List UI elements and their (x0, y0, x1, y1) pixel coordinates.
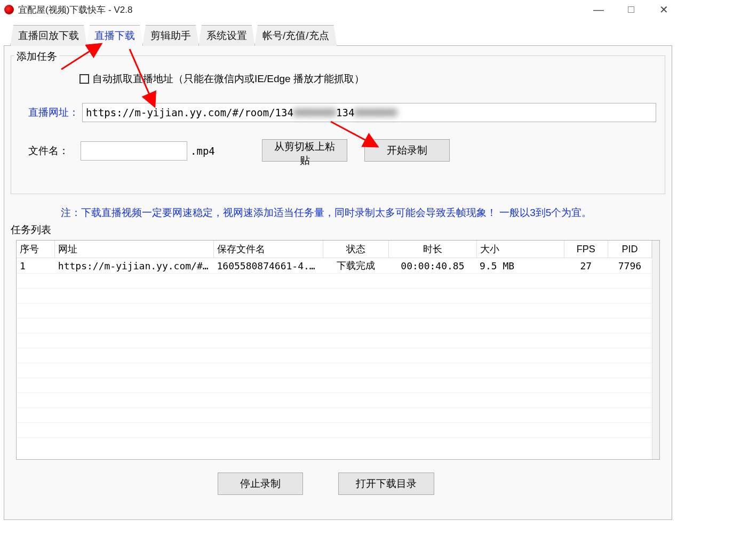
table-scrollbar[interactable] (652, 241, 659, 459)
col-dur-header[interactable]: 时长 (389, 241, 476, 258)
tab-panel: 添加任务 自动抓取直播地址（只能在微信内或IE/Edge 播放才能抓取） 直播网… (4, 45, 672, 520)
tab-label: 直播下载 (94, 30, 135, 41)
tab-strip: 直播回放下载 直播下载 剪辑助手 系统设置 帐号/充值/充点 (10, 27, 337, 46)
tab-label: 系统设置 (206, 30, 247, 41)
minimize-icon[interactable] (591, 4, 607, 15)
window-controls (591, 4, 675, 15)
cell-size: 9.5 MB (476, 258, 564, 274)
col-pid-header[interactable]: PID (608, 241, 651, 258)
open-dir-button[interactable]: 打开下载目录 (338, 473, 434, 495)
url-row: 直播网址： https://m-yijian.yy.com/#/room/134… (28, 103, 656, 122)
col-fps-header[interactable]: FPS (564, 241, 608, 258)
url-value-mid: 134 (336, 107, 354, 118)
auto-capture-checkbox[interactable] (79, 74, 89, 84)
col-size-header[interactable]: 大小 (476, 241, 564, 258)
filename-label: 文件名： (28, 144, 69, 158)
url-value-prefix: https://m-yijian.yy.com/#/room/134 (86, 107, 293, 118)
note-text: 注：下载直播视频一定要网速稳定，视网速添加适当任务量，同时录制太多可能会导致丢帧… (61, 206, 592, 220)
paste-button[interactable]: 从剪切板上粘贴 (262, 139, 347, 162)
task-table: 序号 网址 保存文件名 状态 时长 大小 FPS PID 1 https://m… (16, 240, 660, 460)
cell-fps: 27 (564, 258, 608, 274)
cell-url: https://m-yijian.yy.com/#/... (55, 258, 214, 274)
filename-input[interactable] (81, 141, 187, 161)
col-url-header[interactable]: 网址 (55, 241, 214, 258)
close-icon[interactable] (656, 4, 672, 15)
cell-idx: 1 (17, 258, 55, 274)
url-value-blurred: 0000000 (293, 107, 336, 118)
cell-file: 1605580874661-4... (213, 258, 323, 274)
tab-settings[interactable]: 系统设置 (198, 25, 255, 46)
col-file-header[interactable]: 保存文件名 (213, 241, 323, 258)
filename-row: 文件名： .mp4 (28, 141, 215, 161)
tab-account[interactable]: 帐号/充值/充点 (254, 25, 337, 46)
table-row[interactable]: 1 https://m-yijian.yy.com/#/... 16055808… (17, 258, 652, 274)
table-header-row: 序号 网址 保存文件名 状态 时长 大小 FPS PID (17, 241, 652, 258)
title-bar: 宜配屋(视频)下载快车 - V2.8 (0, 0, 679, 19)
cell-dur: 00:00:40.85 (389, 258, 476, 274)
stop-record-button[interactable]: 停止录制 (218, 473, 303, 495)
add-task-group: 添加任务 自动抓取直播地址（只能在微信内或IE/Edge 播放才能抓取） 直播网… (11, 55, 665, 194)
tab-label: 剪辑助手 (150, 30, 191, 41)
tab-editor[interactable]: 剪辑助手 (142, 25, 199, 46)
tab-live-download[interactable]: 直播下载 (86, 25, 143, 46)
auto-capture-row: 自动抓取直播地址（只能在微信内或IE/Edge 播放才能抓取） (79, 72, 364, 86)
tab-label: 直播回放下载 (18, 30, 79, 41)
maximize-icon[interactable] (628, 6, 634, 13)
filename-ext: .mp4 (190, 145, 215, 157)
group-title: 添加任务 (14, 50, 59, 63)
start-record-button[interactable]: 开始录制 (364, 139, 450, 162)
tab-label: 帐号/充值/充点 (262, 30, 329, 41)
cell-status: 下载完成 (323, 258, 389, 274)
url-label: 直播网址： (28, 106, 79, 119)
app-icon (4, 5, 14, 14)
cell-pid: 7796 (608, 258, 651, 274)
url-input[interactable]: https://m-yijian.yy.com/#/room/134000000… (82, 103, 656, 122)
task-list-title: 任务列表 (11, 223, 51, 237)
tab-replay-download[interactable]: 直播回放下载 (10, 25, 87, 46)
url-value-blurred-2: 0000000 (354, 107, 397, 118)
auto-capture-label: 自动抓取直播地址（只能在微信内或IE/Edge 播放才能抓取） (92, 72, 364, 86)
col-status-header[interactable]: 状态 (323, 241, 389, 258)
window-title: 宜配屋(视频)下载快车 - V2.8 (18, 4, 591, 16)
col-idx-header[interactable]: 序号 (17, 241, 55, 258)
client-area: 直播回放下载 直播下载 剪辑助手 系统设置 帐号/充值/充点 添加任务 自动抓取… (4, 27, 672, 520)
